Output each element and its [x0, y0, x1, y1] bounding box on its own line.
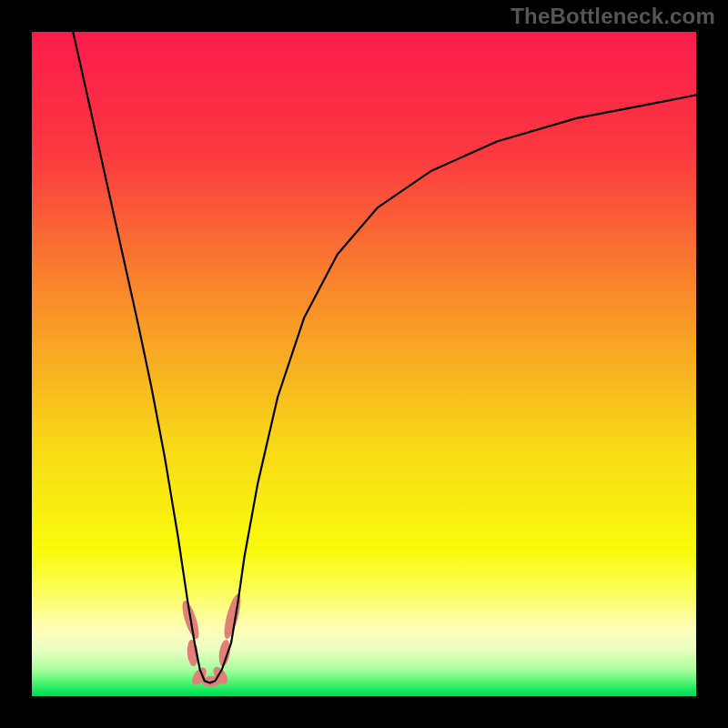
plot-background — [32, 32, 696, 696]
watermark-text: TheBottleneck.com — [511, 4, 715, 29]
bottleneck-chart — [0, 0, 728, 728]
chart-frame: { "watermark": "TheBottleneck.com", "cha… — [0, 0, 728, 728]
